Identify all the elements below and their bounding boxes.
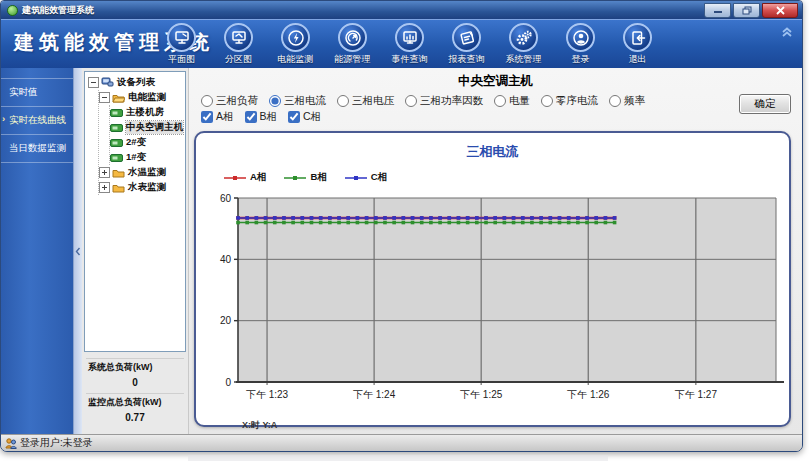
chart-title: 三相电流 — [198, 139, 787, 169]
chart-panel: 三相电流 A相 B相 C相 0204060下午 1:23下午 1:24下午 1:… — [194, 131, 791, 427]
chart-legend: A相 B相 C相 — [224, 171, 787, 184]
close-button[interactable] — [762, 3, 798, 18]
radio-three-phase-current[interactable]: 三相电流 — [269, 94, 326, 108]
restore-icon — [742, 6, 752, 15]
close-icon — [776, 6, 785, 15]
tree-leaf-central-ac-host[interactable]: 中央空调主机 — [110, 120, 185, 135]
nav-item-today-data[interactable]: 当日数据监测 — [1, 135, 73, 163]
minimize-icon — [713, 7, 723, 14]
login-user-status-icon — [5, 438, 17, 449]
restore-button[interactable] — [733, 3, 760, 18]
confirm-button[interactable]: 确定 — [739, 94, 791, 114]
floorplan-monitor-icon — [173, 29, 191, 47]
app-window: 建筑能效管理系统 建筑能效管理系统 平面图 分区图 电能监测 — [0, 0, 803, 452]
svg-text:下午 1:23: 下午 1:23 — [246, 389, 289, 400]
gears-icon — [515, 29, 533, 47]
meter-device-icon — [110, 124, 123, 132]
collapse-header-chevron-icon[interactable] — [780, 24, 794, 42]
tree-leaf-main-building-room[interactable]: 主楼机房 — [110, 105, 185, 120]
toolbar-item-zonemap[interactable]: 分区图 — [210, 22, 267, 66]
collapse-expander-icon[interactable] — [88, 77, 99, 88]
toolbar-item-event-query[interactable]: 事件查询 — [381, 22, 438, 66]
left-nav: 实时值 实时在线曲线 当日数据监测 — [1, 68, 73, 434]
radio-zero-sequence-current[interactable]: 零序电流 — [541, 94, 598, 108]
toolbar-item-energy-management[interactable]: 能源管理 — [324, 22, 381, 66]
tree-node-power-monitoring[interactable]: 电能监测 — [99, 90, 185, 105]
radio-three-phase-voltage[interactable]: 三相电压 — [337, 94, 394, 108]
tree-node-water-meter[interactable]: 水表监测 — [99, 180, 185, 195]
monitor-total-load-label: 监控点总负荷(kW) — [86, 393, 184, 412]
zone-monitor-icon — [230, 29, 248, 47]
legend-item-phase-a: A相 — [224, 171, 266, 184]
phase-checkbox-group: A相 B相 C相 — [201, 109, 802, 125]
load-summary: 系统总负荷(kW) 0 监控点总负荷(kW) 0.77 — [82, 354, 188, 434]
toolbar-item-exit[interactable]: 退出 — [609, 22, 666, 66]
nav-item-realtime-curve[interactable]: 实时在线曲线 — [1, 107, 73, 135]
device-tree: 设备列表 电能监测 主楼机房 — [84, 71, 186, 352]
checkbox-phase-a[interactable]: A相 — [201, 110, 234, 124]
toolbar: 平面图 分区图 电能监测 能源管理 事件查询 报表查询 — [153, 22, 666, 66]
app-header: 建筑能效管理系统 平面图 分区图 电能监测 能源管理 事件查询 — [1, 19, 802, 68]
radio-power-factor[interactable]: 三相功率因数 — [405, 94, 483, 108]
axis-note: X:时 Y:A — [242, 419, 787, 432]
monitor-total-load-value: 0.77 — [86, 412, 184, 428]
toolbar-item-report-query[interactable]: 报表查询 — [438, 22, 495, 66]
measurement-radio-group: 三相负荷 三相电流 三相电压 三相功率因数 电量 零序电流 频率 — [201, 93, 802, 109]
toolbar-item-floorplan[interactable]: 平面图 — [153, 22, 210, 66]
device-panel: 设备列表 电能监测 主楼机房 — [82, 68, 189, 434]
line-marker-swatch-icon — [224, 174, 246, 182]
svg-text:下午 1:24: 下午 1:24 — [353, 389, 396, 400]
tree-node-water-temp[interactable]: 水温监测 — [99, 165, 185, 180]
radio-energy[interactable]: 电量 — [494, 94, 530, 108]
line-marker-swatch-icon — [345, 174, 367, 182]
meter-device-icon — [110, 154, 123, 162]
event-monitor-icon — [401, 29, 419, 47]
tree-root[interactable]: 设备列表 — [88, 75, 185, 90]
device-list-icon — [101, 77, 114, 88]
status-text: 登录用户:未登录 — [20, 436, 93, 450]
svg-text:60: 60 — [220, 193, 232, 204]
status-bar: 登录用户:未登录 — [1, 434, 802, 451]
radio-frequency[interactable]: 频率 — [609, 94, 645, 108]
folder-icon — [112, 168, 125, 178]
window-title: 建筑能效管理系统 — [22, 4, 702, 17]
panel-collapse-handle[interactable] — [73, 68, 82, 434]
line-marker-swatch-icon — [284, 174, 306, 182]
device-title: 中央空调主机 — [189, 68, 802, 90]
toolbar-item-system-management[interactable]: 系统管理 — [495, 22, 552, 66]
svg-text:下午 1:27: 下午 1:27 — [675, 389, 718, 400]
svg-text:0: 0 — [225, 377, 231, 388]
taskbar-remnant — [188, 455, 608, 461]
toolbar-item-power-monitoring[interactable]: 电能监测 — [267, 22, 324, 66]
exit-door-icon — [629, 29, 647, 47]
checkbox-phase-b[interactable]: B相 — [245, 110, 278, 124]
legend-item-phase-c: C相 — [345, 171, 387, 184]
system-total-load-label: 系统总负荷(kW) — [86, 358, 184, 377]
minimize-button[interactable] — [704, 3, 731, 18]
svg-text:40: 40 — [220, 254, 232, 265]
power-bolt-icon — [287, 29, 305, 47]
tree-leaf-transformer-1[interactable]: 1#变 — [110, 150, 185, 165]
svg-text:下午 1:25: 下午 1:25 — [460, 389, 503, 400]
meter-device-icon — [110, 109, 123, 117]
tree-leaf-transformer-2[interactable]: 2#变 — [110, 135, 185, 150]
energy-gauge-icon — [344, 29, 362, 47]
chart-plot: 0204060下午 1:23下午 1:24下午 1:25下午 1:26下午 1:… — [198, 188, 788, 414]
collapse-expander-icon[interactable] — [99, 92, 110, 103]
folder-icon — [112, 183, 125, 193]
expand-expander-icon[interactable] — [99, 167, 110, 178]
window-titlebar[interactable]: 建筑能效管理系统 — [1, 1, 802, 19]
checkbox-phase-c[interactable]: C相 — [288, 110, 321, 124]
meter-device-icon — [110, 139, 123, 147]
toolbar-item-login[interactable]: 登录 — [552, 22, 609, 66]
nav-item-realtime-value[interactable]: 实时值 — [1, 78, 73, 107]
user-icon — [572, 29, 590, 47]
report-pencil-icon — [458, 29, 476, 47]
svg-text:20: 20 — [220, 315, 232, 326]
radio-three-phase-load[interactable]: 三相负荷 — [201, 94, 258, 108]
app-icon — [7, 5, 18, 16]
svg-text:下午 1:26: 下午 1:26 — [567, 389, 610, 400]
expand-expander-icon[interactable] — [99, 182, 110, 193]
system-total-load-value: 0 — [86, 377, 184, 393]
legend-item-phase-b: B相 — [284, 171, 326, 184]
